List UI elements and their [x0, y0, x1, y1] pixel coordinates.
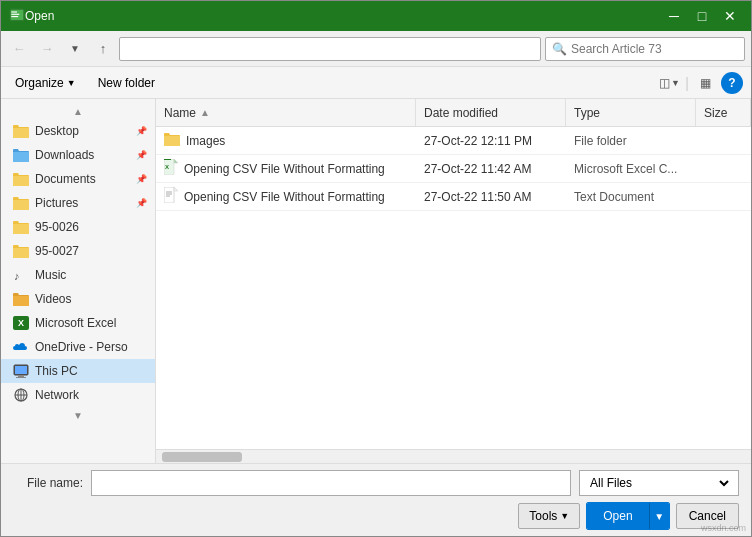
filetype-select[interactable]: All FilesCSV FilesText FilesExcel Files [579, 470, 739, 496]
file-name: Opening CSV File Without Formatting [184, 190, 385, 204]
sidebar-item-downloads[interactable]: Downloads📌 [1, 143, 155, 167]
pin-icon: 📌 [136, 174, 147, 184]
back-button[interactable]: ← [7, 37, 31, 61]
app-icon [9, 8, 25, 24]
sidebar-item-label: 95-0027 [35, 244, 79, 258]
svg-rect-19 [164, 187, 174, 203]
svg-marker-24 [174, 187, 178, 191]
sidebar-item-onedrive[interactable]: OneDrive - Perso [1, 335, 155, 359]
sidebar-item-95-0026[interactable]: 95-0026 [1, 215, 155, 239]
file-date: 27-Oct-22 11:50 AM [416, 190, 566, 204]
search-box[interactable]: 🔍 [545, 37, 745, 61]
sidebar-item-label: Downloads [35, 148, 94, 162]
excel-icon: X [13, 315, 29, 331]
sidebar-item-label: Videos [35, 292, 71, 306]
sidebar-item-label: Microsoft Excel [35, 316, 116, 330]
table-row[interactable]: Opening CSV File Without Formatting27-Oc… [156, 183, 751, 211]
close-button[interactable]: ✕ [717, 6, 743, 26]
up-button[interactable]: ↑ [91, 37, 115, 61]
folder-icon [13, 219, 29, 235]
table-row[interactable]: Images27-Oct-22 12:11 PMFile folder [156, 127, 751, 155]
window-controls: ─ □ ✕ [661, 6, 743, 26]
new-folder-button[interactable]: New folder [90, 73, 163, 93]
sidebar-scroll-up[interactable]: ▲ [1, 103, 155, 119]
folder-special-icon [13, 123, 29, 139]
open-button[interactable]: Open [587, 503, 648, 529]
sidebar-item-label: 95-0026 [35, 220, 79, 234]
sidebar-item-label: This PC [35, 364, 78, 378]
file-date: 27-Oct-22 11:42 AM [416, 162, 566, 176]
view-divider: | [685, 75, 689, 91]
pin-icon: 📌 [136, 126, 147, 136]
folder-pic-icon [13, 195, 29, 211]
tools-arrow-icon: ▼ [560, 511, 569, 521]
sidebar-item-network[interactable]: Network [1, 383, 155, 407]
folder-icon [13, 243, 29, 259]
organize-button[interactable]: Organize ▼ [9, 73, 82, 93]
sidebar-item-95-0027[interactable]: 95-0027 [1, 239, 155, 263]
help-button[interactable]: ? [721, 72, 743, 94]
minimize-button[interactable]: ─ [661, 6, 687, 26]
onedrive-icon [13, 339, 29, 355]
sidebar-item-desktop[interactable]: Desktop📌 [1, 119, 155, 143]
svg-rect-15 [164, 159, 171, 160]
folder-doc-icon [13, 171, 29, 187]
sidebar-item-label: Desktop [35, 124, 79, 138]
computer-icon [13, 363, 29, 379]
cancel-button[interactable]: Cancel [676, 503, 739, 529]
search-input[interactable] [571, 42, 738, 56]
horizontal-scrollbar[interactable] [156, 449, 751, 463]
sidebar-item-label: Pictures [35, 196, 78, 210]
folder-down-icon [13, 147, 29, 163]
table-row[interactable]: XOpening CSV File Without Formatting27-O… [156, 155, 751, 183]
tools-button[interactable]: Tools ▼ [518, 503, 580, 529]
col-header-size[interactable]: Size [696, 99, 751, 126]
open-button-group: Open ▼ [586, 502, 669, 530]
video-icon [13, 291, 29, 307]
file-area: Name ▲ Date modified Type Size Images27-… [156, 99, 751, 463]
file-type: File folder [566, 134, 696, 148]
forward-button[interactable]: → [35, 37, 59, 61]
sidebar-item-label: OneDrive - Perso [35, 340, 128, 354]
filename-row: File name: All FilesCSV FilesText FilesE… [13, 470, 739, 496]
network-icon [13, 387, 29, 403]
svg-rect-6 [15, 366, 27, 374]
col-header-date[interactable]: Date modified [416, 99, 566, 126]
view-controls: ◫ ▼ | ▦ ? [657, 71, 743, 95]
view-arrow-icon: ▼ [671, 78, 680, 88]
tools-label: Tools [529, 509, 557, 523]
hscroll-thumb[interactable] [162, 452, 242, 462]
address-bar[interactable] [119, 37, 541, 61]
bottom-actions: Tools ▼ Open ▼ Cancel [13, 502, 739, 530]
sidebar-item-this-pc[interactable]: This PC [1, 359, 155, 383]
svg-rect-1 [11, 11, 17, 12]
sort-arrow-icon: ▲ [200, 107, 210, 118]
file-list-header: Name ▲ Date modified Type Size [156, 99, 751, 127]
sidebar-item-label: Documents [35, 172, 96, 186]
pin-icon: 📌 [136, 150, 147, 160]
preview-button[interactable]: ▦ [693, 71, 717, 95]
sidebar: ▲Desktop📌Downloads📌Documents📌Pictures📌95… [1, 99, 156, 463]
view-grid-button[interactable]: ◫ ▼ [657, 71, 681, 95]
svg-rect-7 [18, 375, 24, 377]
recent-button[interactable]: ▼ [63, 37, 87, 61]
file-name: Opening CSV File Without Formatting [184, 162, 385, 176]
sidebar-scroll-down[interactable]: ▼ [1, 407, 155, 423]
open-dialog: Open ─ □ ✕ ← → ▼ ↑ 🔍 Organize ▼ New fold… [0, 0, 752, 537]
svg-rect-3 [11, 16, 18, 17]
sidebar-item-videos[interactable]: Videos [1, 287, 155, 311]
svg-rect-2 [11, 14, 19, 15]
music-icon: ♪ [13, 267, 29, 283]
sidebar-item-ms-excel[interactable]: XMicrosoft Excel [1, 311, 155, 335]
col-header-name[interactable]: Name ▲ [156, 99, 416, 126]
maximize-button[interactable]: □ [689, 6, 715, 26]
sidebar-item-music[interactable]: ♪Music [1, 263, 155, 287]
open-button-arrow[interactable]: ▼ [649, 503, 669, 529]
sidebar-item-documents[interactable]: Documents📌 [1, 167, 155, 191]
filename-input[interactable] [91, 470, 571, 496]
file-type: Text Document [566, 190, 696, 204]
sidebar-item-pictures[interactable]: Pictures📌 [1, 191, 155, 215]
col-header-type[interactable]: Type [566, 99, 696, 126]
search-icon: 🔍 [552, 42, 567, 56]
filetype-dropdown[interactable]: All FilesCSV FilesText FilesExcel Files [586, 475, 732, 491]
